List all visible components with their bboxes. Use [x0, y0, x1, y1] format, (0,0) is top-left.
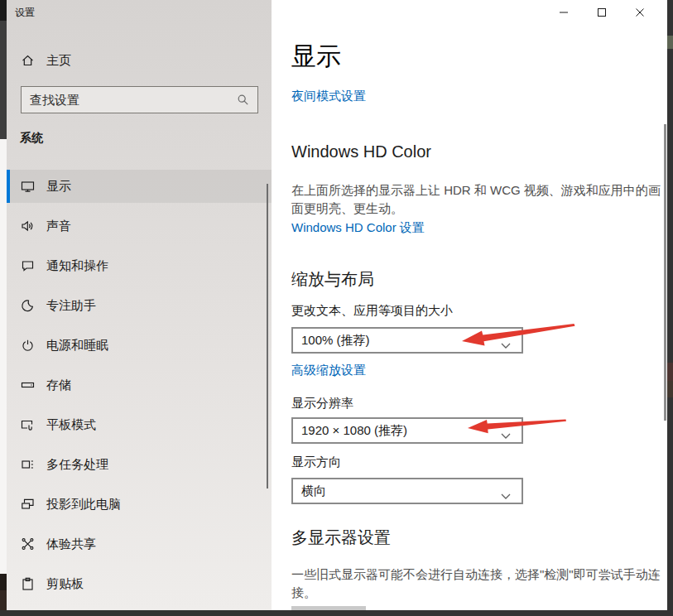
resolution-field-label: 显示分辨率	[291, 396, 353, 411]
sidebar-item-multitasking[interactable]: 多任务处理	[7, 448, 272, 481]
sidebar-item-notifications[interactable]: 通知和操作	[7, 249, 272, 282]
sidebar-item-storage[interactable]: 存储	[7, 368, 272, 402]
sidebar-scrollbar[interactable]	[267, 184, 268, 488]
chevron-down-icon	[501, 488, 511, 503]
background-window-sliver	[667, 36, 673, 49]
power-icon	[21, 339, 35, 353]
notifications-icon	[21, 259, 35, 273]
projecting-icon	[21, 498, 35, 512]
main-scrollbar[interactable]	[664, 124, 666, 421]
sidebar-item-label: 多任务处理	[46, 457, 108, 473]
resolution-dropdown[interactable]: 1920 × 1080 (推荐)	[291, 417, 523, 444]
maximize-button[interactable]	[583, 0, 621, 25]
sidebar-item-label: 声音	[46, 219, 71, 234]
sidebar-item-label: 平板模式	[46, 417, 96, 433]
tablet-icon	[21, 418, 35, 432]
search-input[interactable]	[30, 87, 237, 113]
night-light-settings-link[interactable]: 夜间模式设置	[291, 89, 366, 104]
display-icon	[21, 180, 35, 194]
settings-sidebar: 设置 主页 系统 显示 声音 通知和操作 专注助手	[7, 0, 272, 610]
sidebar-item-label: 剪贴板	[46, 576, 84, 592]
scale-field-label: 更改文本、应用等项目的大小	[291, 303, 453, 319]
sidebar-item-label: 电源和睡眠	[46, 338, 108, 354]
sidebar-item-clipboard[interactable]: 剪贴板	[7, 567, 272, 600]
window-title: 设置	[15, 6, 35, 20]
scale-layout-heading: 缩放与布局	[291, 268, 374, 291]
desktop-sliver	[0, 610, 673, 616]
background-window-sliver	[0, 0, 7, 21]
background-window-sliver	[0, 139, 7, 574]
background-window-sliver	[667, 381, 673, 397]
sidebar-item-display[interactable]: 显示	[7, 170, 272, 203]
page-title: 显示	[291, 40, 341, 74]
sidebar-item-projecting[interactable]: 投影到此电脑	[7, 488, 272, 521]
detect-button-partial[interactable]	[291, 606, 366, 610]
multi-display-description: 一些旧式显示器可能不会进行自动连接，选择"检测"即可尝试手动连接。	[291, 565, 666, 602]
multi-display-heading: 多显示器设置	[291, 527, 391, 549]
sidebar-item-power-sleep[interactable]: 电源和睡眠	[7, 329, 272, 362]
multitasking-icon	[21, 458, 35, 472]
sidebar-item-sound[interactable]: 声音	[7, 209, 272, 243]
close-button[interactable]	[621, 0, 659, 25]
focus-assist-icon	[21, 299, 35, 313]
resolution-dropdown-value: 1920 × 1080 (推荐)	[301, 423, 407, 439]
sidebar-item-label: 主页	[46, 53, 71, 69]
window-controls	[545, 0, 659, 25]
sidebar-item-label: 存储	[46, 378, 71, 393]
sidebar-item-home[interactable]: 主页	[7, 47, 272, 74]
sidebar-item-focus-assist[interactable]: 专注助手	[7, 289, 272, 322]
background-window-sliver	[0, 21, 7, 139]
sound-icon	[21, 219, 35, 233]
scale-dropdown-value: 100% (推荐)	[301, 333, 370, 349]
sidebar-item-label: 显示	[46, 179, 71, 195]
orientation-dropdown-value: 横向	[301, 484, 326, 499]
sidebar-item-tablet-mode[interactable]: 平板模式	[7, 408, 272, 441]
chevron-down-icon	[501, 338, 511, 353]
chevron-down-icon	[501, 428, 511, 443]
search-box	[21, 86, 258, 113]
background-window-sliver	[667, 0, 673, 616]
hd-color-heading: Windows HD Color	[291, 142, 431, 161]
orientation-dropdown[interactable]: 横向	[291, 478, 523, 504]
hd-color-settings-link[interactable]: Windows HD Color 设置	[291, 220, 425, 236]
storage-icon	[21, 378, 35, 392]
sidebar-item-label: 体验共享	[46, 537, 96, 552]
home-icon	[21, 54, 35, 68]
display-settings-panel: 显示 夜间模式设置 Windows HD Color 在上面所选择的显示器上让 …	[272, 0, 667, 610]
background-window-sliver	[667, 363, 673, 381]
search-icon[interactable]	[237, 94, 250, 110]
scale-dropdown[interactable]: 100% (推荐)	[291, 327, 523, 354]
sidebar-section-system: 系统	[20, 131, 43, 146]
shared-experiences-icon	[21, 537, 35, 551]
advanced-scaling-link[interactable]: 高级缩放设置	[291, 363, 366, 378]
selected-accent-bar	[7, 170, 10, 203]
sidebar-item-shared-experiences[interactable]: 体验共享	[7, 527, 272, 561]
sidebar-item-label: 投影到此电脑	[46, 497, 121, 513]
minimize-button[interactable]	[545, 0, 583, 25]
hd-color-description: 在上面所选择的显示器上让 HDR 和 WCG 视频、游戏和应用中的画面更明亮、更…	[291, 181, 666, 218]
orientation-field-label: 显示方向	[291, 455, 341, 470]
clipboard-icon	[21, 577, 35, 591]
sidebar-item-label: 专注助手	[46, 298, 96, 314]
sidebar-item-label: 通知和操作	[46, 258, 108, 274]
